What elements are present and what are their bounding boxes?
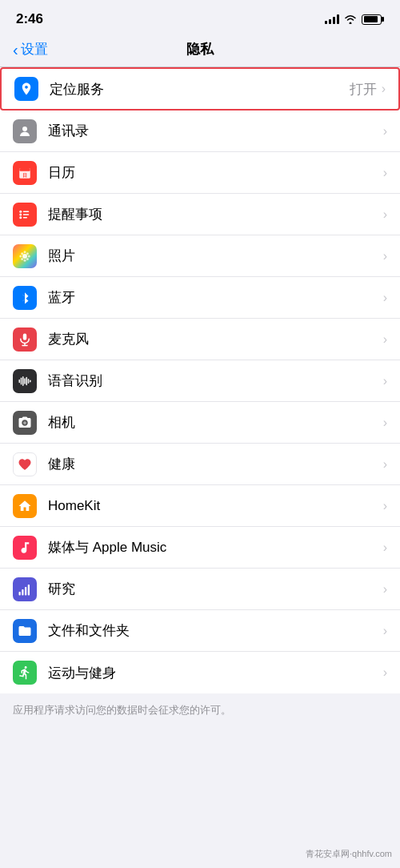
list-item-media[interactable]: 媒体与 Apple Music ›: [0, 527, 400, 569]
chevron-right-icon: ›: [383, 540, 387, 555]
svg-point-14: [28, 255, 30, 257]
svg-rect-19: [23, 333, 27, 340]
svg-rect-23: [21, 377, 22, 384]
svg-point-12: [24, 259, 26, 261]
list-item-files[interactable]: 文件和文件夹 ›: [0, 610, 400, 652]
chevron-right-icon: ›: [383, 332, 387, 347]
svg-rect-25: [24, 378, 26, 384]
settings-list: 定位服务 打开 › 通讯录 › 日 日历 ›: [0, 67, 400, 693]
list-item-photos[interactable]: 照片 ›: [0, 235, 400, 277]
list-item-fitness[interactable]: 运动与健身 ›: [0, 652, 400, 693]
svg-rect-30: [19, 592, 21, 596]
svg-rect-32: [25, 587, 26, 596]
chevron-right-icon: ›: [383, 166, 387, 180]
item-icon-location: [14, 77, 38, 101]
item-label-camera: 相机: [48, 413, 383, 432]
svg-rect-22: [19, 379, 21, 383]
list-item-research[interactable]: 研究 ›: [0, 569, 400, 610]
chevron-right-icon: ›: [383, 207, 387, 222]
item-icon-microphone: [13, 328, 37, 352]
status-icons: [325, 14, 384, 25]
svg-point-5: [19, 213, 22, 215]
svg-rect-24: [22, 376, 24, 386]
status-time: 2:46: [16, 11, 43, 27]
chevron-right-icon: ›: [383, 124, 387, 139]
item-icon-reminders: [13, 203, 37, 227]
list-item-microphone[interactable]: 麦克风 ›: [0, 319, 400, 360]
back-button[interactable]: ‹ 设置: [13, 40, 48, 58]
svg-rect-31: [22, 589, 23, 596]
svg-rect-33: [28, 585, 30, 596]
item-label-homekit: HomeKit: [48, 498, 383, 514]
svg-point-0: [22, 127, 27, 131]
svg-point-17: [21, 257, 23, 259]
wifi-icon: [344, 14, 357, 24]
svg-point-4: [19, 210, 22, 212]
chevron-right-icon: ›: [383, 582, 387, 597]
item-icon-research: [13, 577, 37, 601]
page-title: 隐私: [186, 40, 214, 58]
svg-point-29: [23, 421, 26, 424]
item-icon-calendar: 日: [13, 161, 37, 185]
list-item-bluetooth[interactable]: 蓝牙 ›: [0, 277, 400, 319]
item-value-location: 打开: [350, 80, 377, 98]
item-label-contacts: 通讯录: [48, 122, 383, 140]
svg-point-6: [19, 216, 22, 219]
item-label-health: 健康: [48, 455, 383, 473]
bottom-note: 应用程序请求访问您的数据时会征求您的许可。: [0, 693, 400, 727]
list-item-location[interactable]: 定位服务 打开 ›: [0, 67, 400, 111]
item-label-reminders: 提醒事项: [48, 205, 383, 223]
chevron-right-icon: ›: [383, 291, 387, 305]
item-icon-contacts: [13, 119, 37, 143]
chevron-right-icon: ›: [383, 499, 387, 513]
list-item-speech[interactable]: 语音识别 ›: [0, 360, 400, 402]
svg-point-16: [26, 252, 29, 255]
item-icon-homekit: [13, 494, 37, 518]
svg-point-11: [24, 251, 26, 253]
item-icon-speech: [13, 369, 37, 393]
item-icon-media: [13, 536, 37, 560]
svg-rect-8: [23, 214, 30, 215]
item-label-bluetooth: 蓝牙: [48, 288, 383, 307]
list-item-calendar[interactable]: 日 日历 ›: [0, 152, 400, 194]
chevron-right-icon: ›: [383, 249, 387, 263]
svg-rect-7: [23, 211, 30, 212]
svg-rect-2: [19, 168, 30, 171]
svg-rect-26: [26, 376, 28, 385]
back-label: 设置: [21, 40, 48, 58]
item-label-photos: 照片: [48, 247, 383, 265]
list-item-health[interactable]: 健康 ›: [0, 444, 400, 485]
status-bar: 2:46: [0, 0, 400, 34]
chevron-right-icon: ›: [383, 665, 387, 680]
svg-point-18: [26, 257, 29, 259]
item-label-speech: 语音识别: [48, 372, 383, 390]
chevron-left-icon: ‹: [13, 42, 18, 58]
svg-rect-27: [28, 379, 30, 384]
item-label-files: 文件和文件夹: [48, 621, 383, 640]
svg-rect-9: [23, 217, 27, 219]
watermark: 青花安卓网·qhhfv.com: [306, 848, 392, 860]
item-label-fitness: 运动与健身: [48, 664, 383, 682]
item-icon-health: [13, 452, 37, 476]
item-icon-photos: [13, 244, 37, 268]
item-icon-camera: [13, 411, 37, 435]
svg-point-13: [19, 255, 22, 257]
item-label-calendar: 日历: [48, 163, 383, 182]
list-item-homekit[interactable]: HomeKit ›: [0, 485, 400, 527]
svg-rect-28: [30, 380, 31, 382]
nav-bar: ‹ 设置 隐私: [0, 34, 400, 67]
svg-point-10: [22, 254, 27, 259]
chevron-right-icon: ›: [382, 82, 386, 96]
battery-icon: [362, 14, 384, 25]
svg-point-15: [21, 252, 23, 255]
list-item-camera[interactable]: 相机 ›: [0, 402, 400, 444]
item-icon-bluetooth: [13, 286, 37, 310]
chevron-right-icon: ›: [383, 416, 387, 430]
chevron-right-icon: ›: [383, 624, 387, 638]
item-label-research: 研究: [48, 580, 383, 598]
item-icon-fitness: [13, 661, 37, 685]
item-label-location: 定位服务: [50, 80, 350, 98]
list-item-reminders[interactable]: 提醒事项 ›: [0, 194, 400, 235]
signal-icon: [325, 14, 339, 24]
list-item-contacts[interactable]: 通讯录 ›: [0, 111, 400, 152]
